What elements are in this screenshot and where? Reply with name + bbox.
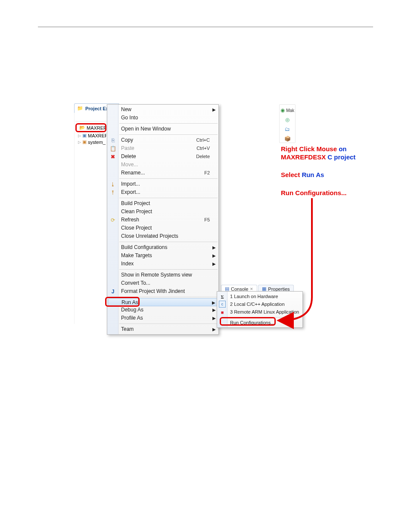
submenu-local-c-cpp-app[interactable]: c 2 Local C/C++ Application [217,300,302,308]
properties-tab-label: Properties [268,286,290,292]
menu-item-label: Profile As [121,315,143,321]
project-item-maxref[interactable]: ▷ ▣ MAXREF [75,132,106,139]
menu-item-label: Refresh [121,217,139,223]
menu-item-delete[interactable]: ✖DeleteDelete [107,152,218,161]
menu-item-label: Format Project With Jindent [121,288,185,294]
menu-separator [119,134,218,135]
menu-item-index[interactable]: Index▶ [107,260,218,268]
menu-item-label: Clean Project [121,208,152,215]
menu-item-close-project[interactable]: Close Project [107,224,218,232]
caret-icon: ▷ [78,134,81,138]
menu-item-convert-to[interactable]: Convert To... [107,279,218,287]
menu-item-label: Debug As [121,307,143,313]
menu-item-move: Move... [107,161,218,169]
project-icon: ▣ [82,139,87,145]
paste-icon: 📋 [109,145,116,152]
menu-item-export[interactable]: ⭱Export... [107,188,218,196]
submenu-separator [228,317,302,317]
project-item-system[interactable]: ▷ ▣ system_ [75,139,106,145]
tool-icon-2[interactable]: 📦 [284,136,291,142]
menu-shortcut: F2 [204,169,210,177]
submenu-arrow-icon: ▶ [212,106,216,114]
submenu-item-label: Run Configurations... [230,320,274,325]
menu-item-label: Move... [121,162,138,168]
menu-item-label: Team [121,326,134,332]
menu-shortcut: Delete [196,152,210,161]
submenu-item-label: 1 Launch on Hardware [230,294,278,299]
annotation-line-3: Run Configurations... [281,189,346,197]
menu-item-label: Import... [121,181,140,187]
project-item-maxref-selected[interactable]: 📂 MAXREF [75,123,106,132]
submenu-arrow-icon: ▶ [212,243,216,252]
menu-item-import[interactable]: ⭳Import... [107,180,218,188]
submenu-remote-arm-linux-app[interactable]: ■ 3 Remote ARM Linux Application [217,308,302,316]
menu-item-clean-project[interactable]: Clean Project [107,208,218,216]
tool-icon[interactable]: 🗂 [285,126,290,132]
menu-item-refresh[interactable]: ⟳RefreshF5 [107,216,218,224]
menu-item-format-project-with-jindent[interactable]: JFormat Project With Jindent [107,287,218,296]
export-icon: ⭱ [109,189,116,196]
menu-shortcut: F5 [204,216,210,224]
copy-icon: ⎘ [109,137,116,144]
menu-item-profile-as[interactable]: Profile As▶ [107,314,218,322]
menu-separator [119,123,218,124]
menu-shortcut: Ctrl+V [196,144,210,152]
page-header-rule [38,27,373,27]
jindent-icon: J [109,288,116,295]
menu-item-label: Make Targets [121,252,152,258]
tree-item-label: MAXREF [87,125,106,131]
menu-item-label: Paste [121,145,134,151]
menu-item-build-configurations[interactable]: Build Configurations▶ [107,243,218,252]
menu-shortcut: Ctrl+C [196,136,210,144]
menu-item-label: New [121,106,131,112]
annotation-line-2: Select Run As [281,171,324,179]
close-icon[interactable]: ✕ [250,287,253,291]
menu-item-rename[interactable]: Rename...F2 [107,169,218,177]
import-icon: ⭳ [109,181,116,188]
menu-item-new[interactable]: New▶ [107,106,218,114]
tree-item-label: MAXREF [88,133,106,138]
menu-separator [119,297,218,297]
menu-item-show-in-remote-systems-view[interactable]: Show in Remote Systems view [107,271,218,279]
submenu-arrow-icon: ▶ [212,252,216,260]
context-menu: New▶Go IntoOpen in New Window⎘CopyCtrl+C… [107,104,219,335]
project-explorer-panel: 📂 MAXREF ▷ ▣ MAXREF ▷ ▣ system_ [74,113,108,324]
menu-item-open-in-new-window[interactable]: Open in New Window [107,125,218,133]
make-target-icon[interactable]: ◉ Mak [280,107,294,113]
menu-item-copy[interactable]: ⎘CopyCtrl+C [107,136,218,144]
sigma-icon: Σ [219,293,226,300]
menu-item-close-unrelated-projects[interactable]: Close Unrelated Projects [107,232,218,240]
menu-item-build-project[interactable]: Build Project [107,199,218,208]
target-icon[interactable]: ◎ [285,117,290,123]
menu-item-paste: 📋PasteCtrl+V [107,144,218,152]
project-icon: ▣ [82,133,87,138]
menu-item-team[interactable]: Team▶ [107,325,218,333]
delete-icon: ✖ [109,153,116,160]
submenu-run-configurations[interactable]: Run Configurations... [217,319,302,327]
submenu-arrow-icon: ▶ [212,325,216,333]
menu-separator [119,242,218,242]
menu-item-label: Open in New Window [121,126,171,132]
menu-item-label: Close Project [121,225,152,231]
menu-item-make-targets[interactable]: Make Targets▶ [107,252,218,260]
menu-separator [119,324,218,324]
screenshot-region: 📁 Project Explo 📂 MAXREF ▷ ▣ MAXREF ▷ ▣ … [74,102,296,324]
menu-separator [119,198,218,198]
submenu-arrow-icon: ▶ [212,260,216,268]
menu-item-run-as[interactable]: Run As▶ [108,298,218,306]
tree-item-label: system_ [88,140,106,145]
run-as-submenu: Σ 1 Launch on Hardware c 2 Local C/C++ A… [217,291,303,328]
menu-item-debug-as[interactable]: Debug As▶ [107,306,218,314]
menu-item-label: Run As [121,299,138,305]
annotation-line-1: Right Click Mouse on MAXREFDESX C projec… [281,145,355,161]
menu-item-go-into[interactable]: Go Into [107,114,218,122]
submenu-launch-on-hardware[interactable]: Σ 1 Launch on Hardware [217,292,302,300]
menu-item-label: Build Configurations [121,244,167,250]
menu-item-label: Export... [121,189,140,195]
right-toolbar: ◉ Mak ◎ 🗂 📦 [279,104,296,143]
menu-item-label: Rename... [121,170,145,176]
square-dot-icon: ■ [219,308,226,315]
folder-icon: 📁 [77,106,83,111]
caret-icon: ▷ [78,140,81,144]
menu-item-label: Build Project [121,200,150,206]
